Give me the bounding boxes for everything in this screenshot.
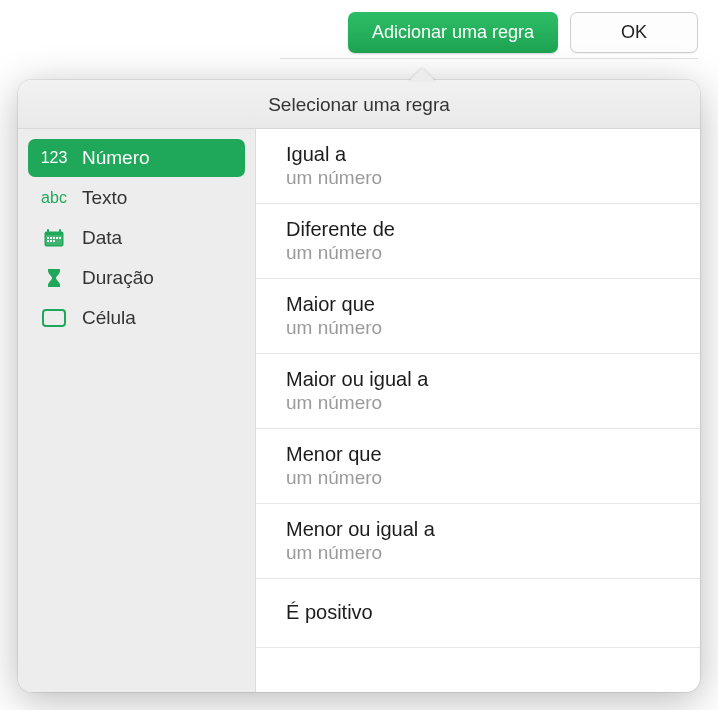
sidebar-item-label: Texto	[82, 187, 127, 209]
rule-item-less[interactable]: Menor que um número	[256, 429, 700, 504]
rule-item-greater[interactable]: Maior que um número	[256, 279, 700, 354]
rule-title: Menor que	[286, 443, 670, 466]
popover-arrow	[408, 68, 436, 82]
add-rule-button[interactable]: Adicionar uma regra	[348, 12, 558, 53]
rule-subtitle: um número	[286, 467, 670, 489]
rule-item-positive[interactable]: É positivo	[256, 579, 700, 648]
text-icon: abc	[40, 189, 68, 207]
rules-list: Igual a um número Diferente de um número…	[256, 129, 700, 692]
popover-body: 123 Número abc Texto Data Duração	[18, 129, 700, 692]
sidebar-item-label: Célula	[82, 307, 136, 329]
sidebar-item-duration[interactable]: Duração	[28, 259, 245, 297]
svg-rect-8	[59, 237, 61, 239]
hourglass-icon	[40, 268, 68, 288]
sidebar-item-number[interactable]: 123 Número	[28, 139, 245, 177]
rule-title: Maior ou igual a	[286, 368, 670, 391]
svg-rect-7	[56, 237, 58, 239]
rule-popover: Selecionar uma regra 123 Número abc Text…	[18, 80, 700, 692]
svg-rect-10	[50, 240, 52, 242]
rule-subtitle: um número	[286, 542, 670, 564]
toolbar: Adicionar uma regra OK	[348, 12, 698, 53]
rule-title: Menor ou igual a	[286, 518, 670, 541]
sidebar-item-date[interactable]: Data	[28, 219, 245, 257]
rule-item-equal[interactable]: Igual a um número	[256, 129, 700, 204]
svg-rect-4	[47, 237, 49, 239]
sidebar-item-cell[interactable]: Célula	[28, 299, 245, 337]
rule-item-not-equal[interactable]: Diferente de um número	[256, 204, 700, 279]
rule-title: É positivo	[286, 593, 670, 632]
svg-rect-6	[53, 237, 55, 239]
sidebar: 123 Número abc Texto Data Duração	[18, 129, 256, 692]
rule-title: Maior que	[286, 293, 670, 316]
rule-subtitle: um número	[286, 392, 670, 414]
svg-rect-11	[53, 240, 55, 242]
number-icon: 123	[40, 149, 68, 167]
ok-button[interactable]: OK	[570, 12, 698, 53]
cell-icon	[40, 309, 68, 327]
svg-rect-12	[43, 310, 65, 326]
rule-item-greater-equal[interactable]: Maior ou igual a um número	[256, 354, 700, 429]
svg-rect-5	[50, 237, 52, 239]
popover-title: Selecionar uma regra	[18, 80, 700, 129]
sidebar-item-label: Número	[82, 147, 150, 169]
svg-rect-2	[47, 229, 49, 233]
rule-subtitle: um número	[286, 167, 670, 189]
divider-line	[280, 58, 698, 59]
rule-title: Igual a	[286, 143, 670, 166]
svg-rect-3	[59, 229, 61, 233]
rule-subtitle: um número	[286, 242, 670, 264]
rule-title: Diferente de	[286, 218, 670, 241]
rule-item-less-equal[interactable]: Menor ou igual a um número	[256, 504, 700, 579]
calendar-icon	[40, 229, 68, 247]
svg-rect-9	[47, 240, 49, 242]
sidebar-item-text[interactable]: abc Texto	[28, 179, 245, 217]
sidebar-item-label: Data	[82, 227, 122, 249]
rule-subtitle: um número	[286, 317, 670, 339]
sidebar-item-label: Duração	[82, 267, 154, 289]
